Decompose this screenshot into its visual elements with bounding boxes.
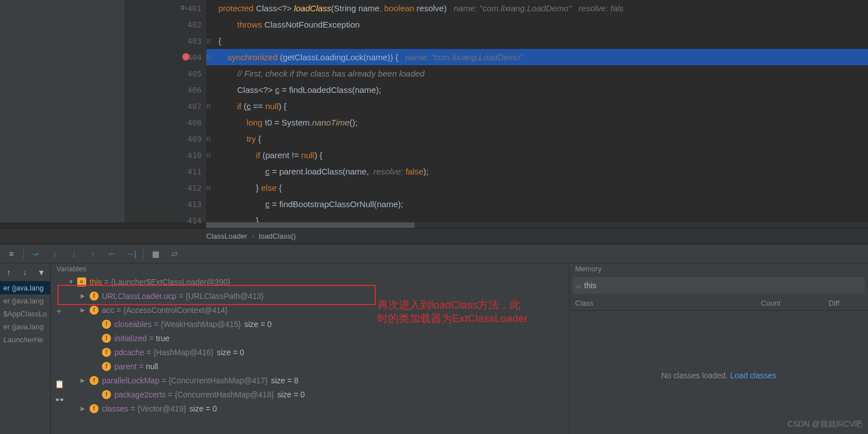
step-out-icon[interactable]: ↑: [85, 246, 101, 262]
line-number[interactable]: 403⊟: [124, 33, 206, 49]
variable-row[interactable]: finitialized = true: [54, 331, 569, 345]
variable-name: initialized: [114, 334, 147, 343]
f-icon: f: [90, 306, 99, 315]
code-line[interactable]: Class<?> c = findLoadedClass(name);: [206, 82, 868, 98]
code-line[interactable]: } else {: [206, 180, 868, 196]
variable-row[interactable]: fpdcache = {HashMap@416} size = 0: [54, 345, 569, 359]
expand-icon[interactable]: ▶: [81, 377, 90, 383]
variable-name: this: [90, 278, 102, 287]
breadcrumb-item[interactable]: loadClass(): [259, 232, 296, 240]
variable-value: {WeakHashMap@415}: [161, 320, 241, 329]
line-number[interactable]: 401o↓: [124, 0, 206, 16]
line-number[interactable]: 408: [124, 114, 206, 131]
load-classes-link[interactable]: Load classes: [730, 371, 776, 380]
variable-name: URLClassLoader.ucp: [102, 292, 176, 301]
expand-icon[interactable]: ▼: [68, 279, 77, 285]
stack-frame[interactable]: $AppClassLo: [0, 307, 50, 320]
code-editor[interactable]: protected Class<?> loadClass(String name…: [206, 0, 868, 222]
expand-icon[interactable]: ▶: [81, 405, 90, 411]
fold-icon[interactable]: ⊟: [206, 103, 211, 109]
line-number[interactable]: 402: [124, 16, 206, 33]
variable-row[interactable]: fcloseables = {WeakHashMap@415} size = 0: [54, 317, 569, 331]
stack-frame[interactable]: er (java.lang: [0, 294, 50, 307]
step-over-icon[interactable]: ⤻: [28, 246, 43, 262]
variable-name: parallelLockMap: [102, 376, 159, 385]
variable-value: {Launcher$ExtClassLoader@390}: [111, 278, 230, 287]
code-line[interactable]: synchronized (getClassLoadingLock(name))…: [206, 49, 868, 65]
line-number[interactable]: 407⊟: [124, 98, 206, 114]
step-into-icon[interactable]: ↓: [47, 246, 63, 262]
code-line[interactable]: {: [206, 33, 868, 49]
memory-col-class[interactable]: Class: [575, 299, 761, 307]
override-icon[interactable]: o↓: [181, 3, 188, 11]
fold-icon[interactable]: ⊟: [206, 136, 211, 142]
stack-frame[interactable]: er (java.lang: [0, 320, 50, 333]
line-number[interactable]: 410⊟: [124, 147, 206, 163]
code-line[interactable]: }: [206, 212, 868, 222]
horizontal-scrollbar[interactable]: [206, 222, 868, 228]
evaluate-icon[interactable]: ▦: [148, 246, 163, 262]
variable-row[interactable]: ▶fparallelLockMap = {ConcurrentHashMap@4…: [54, 373, 569, 387]
filter-icon[interactable]: ▼: [37, 265, 46, 280]
memory-col-diff[interactable]: Diff: [829, 299, 862, 307]
next-frame-icon[interactable]: ↓: [20, 265, 30, 280]
stack-frame[interactable]: LauncherHe: [0, 333, 50, 346]
code-line[interactable]: protected Class<?> loadClass(String name…: [206, 0, 868, 16]
memory-col-count[interactable]: Count: [761, 299, 829, 307]
variable-name: classes: [102, 404, 128, 413]
memory-search[interactable]: ⌕: [573, 277, 865, 294]
code-line[interactable]: c = parent.loadClass(name, resolve: fals…: [206, 163, 868, 180]
fold-icon[interactable]: ⊟: [206, 185, 211, 191]
line-number[interactable]: 405: [124, 65, 206, 82]
expand-icon[interactable]: ▶: [81, 293, 90, 299]
line-number[interactable]: 413: [124, 196, 206, 212]
variable-row[interactable]: ▼≡this = {Launcher$ExtClassLoader@390}: [54, 275, 569, 289]
line-number[interactable]: 406: [124, 82, 206, 98]
line-number[interactable]: 409⊟: [124, 131, 206, 147]
variable-value: {AccessControlContext@414}: [123, 306, 228, 315]
code-line[interactable]: try {: [206, 131, 868, 147]
clipboard-icon[interactable]: 📋: [52, 377, 66, 391]
fold-icon[interactable]: ⊟: [206, 54, 211, 60]
breadcrumb-item[interactable]: ClassLoader: [206, 232, 247, 240]
variable-value: null: [146, 362, 158, 371]
line-number[interactable]: 404⊟: [124, 49, 206, 65]
stack-frame[interactable]: er (java.lang: [0, 281, 50, 294]
code-line[interactable]: // First, check if the class has already…: [206, 65, 868, 82]
show-execution-icon[interactable]: ≡: [3, 246, 19, 262]
scrollbar-thumb[interactable]: [206, 222, 415, 228]
run-to-cursor-icon[interactable]: →|: [123, 246, 139, 262]
prev-frame-icon[interactable]: ↑: [4, 265, 14, 280]
f-icon: f: [102, 348, 111, 357]
variable-row[interactable]: ▶fclasses = {Vector@419} size = 0: [54, 401, 569, 415]
variable-row[interactable]: ▶facc = {AccessControlContext@414}: [54, 303, 569, 317]
trace-icon[interactable]: ⇄: [167, 246, 182, 262]
this-icon: ≡: [77, 278, 86, 287]
line-number[interactable]: 412⊟: [124, 180, 206, 196]
memory-search-input[interactable]: [584, 281, 861, 290]
code-line[interactable]: throws ClassNotFoundException: [206, 16, 868, 33]
f-icon: f: [102, 362, 111, 371]
line-number[interactable]: 411: [124, 163, 206, 180]
editor-gutter[interactable]: 401o↓402403⊟404⊟405406407⊟408409⊟410⊟411…: [124, 0, 206, 222]
fold-icon[interactable]: ⊟: [206, 38, 211, 44]
fold-icon[interactable]: ⊟: [206, 152, 211, 158]
variable-row[interactable]: fparent = null: [54, 359, 569, 373]
breakpoint-icon[interactable]: [182, 53, 190, 61]
code-line[interactable]: if (parent != null) {: [206, 147, 868, 163]
expand-icon[interactable]: ▶: [81, 307, 90, 313]
drop-frame-icon[interactable]: ⤺: [104, 246, 120, 262]
code-line[interactable]: c = findBootstrapClassOrNull(name);: [206, 196, 868, 212]
code-line[interactable]: if (c == null) {: [206, 98, 868, 114]
variable-row[interactable]: fpackage2certs = {ConcurrentHashMap@418}…: [54, 387, 569, 401]
variable-row[interactable]: ▶fURLClassLoader.ucp = {URLClassPath@413…: [54, 289, 569, 303]
debug-toolbar: ≡ ⤻ ↓ ↓ ↑ ⤺ →| ▦ ⇄: [0, 244, 868, 263]
glasses-icon[interactable]: 👓: [52, 393, 66, 406]
frames-panel: ↑ ↓ ▼ er (java.langer (java.lang$AppClas…: [0, 263, 51, 434]
force-step-into-icon[interactable]: ↓: [66, 246, 82, 262]
add-watch-icon[interactable]: +: [56, 306, 61, 316]
breadcrumb[interactable]: ClassLoader › loadClass(): [0, 228, 868, 244]
f-icon: f: [90, 292, 99, 301]
code-line[interactable]: long t0 = System.nanoTime();: [206, 114, 868, 131]
line-number[interactable]: 414: [124, 212, 206, 229]
